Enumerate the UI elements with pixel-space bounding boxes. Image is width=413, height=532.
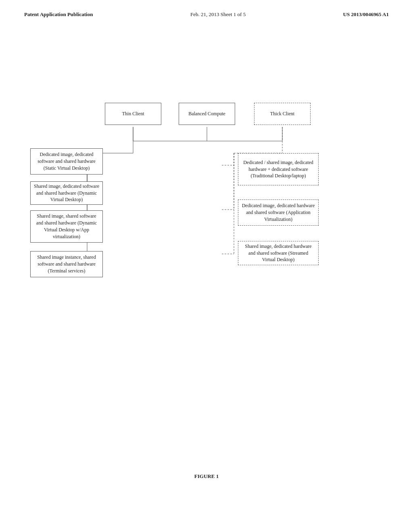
page-header: Patent Application Publication Feb. 21, … [0, 0, 413, 18]
static-virtual-desktop-box: Dedicated image, dedicated software and … [30, 148, 103, 175]
header-right: US 2013/0046965 A1 [343, 11, 389, 18]
header-left: Patent Application Publication [24, 11, 93, 18]
terminal-services-box: Shared image instance, shared software a… [30, 251, 103, 277]
thin-client-box: Thin Client [105, 103, 161, 125]
box6-label: Dedicated image, dedicated hardware and … [242, 202, 315, 222]
box4-label: Shared image instance, shared software a… [34, 254, 99, 274]
box2-label: Shared image, dedicated software and sha… [34, 183, 99, 203]
traditional-desktop-box: Dedicated / shared image, dedicated hard… [238, 153, 319, 185]
diagram-area: Thin Client Balanced Compute Thick Clien… [24, 101, 389, 451]
box5-label: Dedicated / shared image, dedicated hard… [242, 159, 315, 179]
dynamic-virtual-desktop-app-virt-box: Shared image, shared software and shared… [30, 210, 103, 243]
box3-label: Shared image, shared software and shared… [34, 213, 99, 240]
box1-label: Dedicated image, dedicated software and … [34, 151, 99, 171]
thick-client-box: Thick Client [254, 103, 311, 125]
dynamic-virtual-desktop-box: Shared image, dedicated software and sha… [30, 181, 103, 205]
balanced-compute-box: Balanced Compute [179, 103, 235, 125]
streamed-virtual-desktop-box: Shared image, dedicated hardware and sha… [238, 241, 319, 265]
figure-label: FIGURE 1 [194, 473, 219, 480]
application-virtualization-box: Dedicated image, dedicated hardware and … [238, 200, 319, 226]
box7-label: Shared image, dedicated hardware and sha… [242, 243, 315, 263]
header-center: Feb. 21, 2013 Sheet 1 of 5 [190, 11, 246, 18]
